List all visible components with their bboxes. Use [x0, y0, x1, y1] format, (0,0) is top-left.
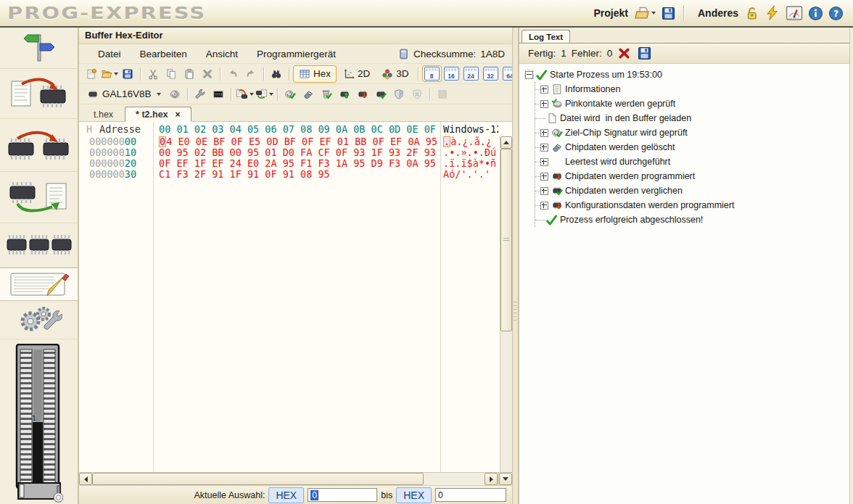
- scroll-down-button[interactable]: [499, 473, 512, 485]
- clear-log-button[interactable]: [617, 46, 631, 60]
- log-item-1[interactable]: Informationen: [535, 82, 853, 96]
- project-save-button[interactable]: [660, 5, 677, 22]
- hex-row-1[interactable]: 0000001000 95 02 BB 00 95 01 D0 FA CF 0F…: [79, 147, 512, 158]
- collapse-icon[interactable]: [525, 71, 533, 79]
- save-log-button[interactable]: [636, 45, 653, 62]
- doc-new-button[interactable]: [83, 66, 100, 82]
- menu-ansicht[interactable]: Ansicht: [206, 49, 238, 59]
- log-item-3[interactable]: Datei wird in den Buffer geladen: [535, 111, 853, 125]
- vertical-scroll-thumb[interactable]: [500, 149, 512, 331]
- chip-verify-button[interactable]: [372, 86, 390, 102]
- hex-base-button-to[interactable]: HEX: [396, 487, 432, 503]
- horizontal-scrollbar[interactable]: [79, 472, 512, 485]
- sidebar-item-read-chip-to-file[interactable]: [0, 172, 78, 223]
- scroll-left-button[interactable]: [79, 473, 92, 485]
- scroll-up-button[interactable]: [500, 136, 512, 149]
- read-chip-button[interactable]: [255, 86, 273, 102]
- horizontal-scroll-thumb[interactable]: [92, 473, 424, 485]
- hex-row-0[interactable]: 0000000004 E0 0E BF 0F E5 0D BF 0F EF 01…: [79, 136, 512, 147]
- log-item-9[interactable]: Konfigurationsdaten werden programmiert: [535, 198, 853, 212]
- sidebar-item-settings[interactable]: [0, 301, 78, 339]
- sidebar-item-program-file-to-chip[interactable]: [0, 69, 78, 119]
- buffer-tab-t.hex[interactable]: t.hex: [83, 107, 123, 121]
- word-width-24-button[interactable]: 24: [461, 65, 481, 82]
- wrench-button[interactable]: [191, 86, 209, 102]
- chip-id-button[interactable]: [210, 86, 227, 102]
- row-bytes[interactable]: 00 95 02 BB 00 95 01 D0 FA CF 0F 93 1F 9…: [159, 147, 436, 158]
- folder-open-button[interactable]: [101, 66, 118, 82]
- scroll-right-button[interactable]: [485, 473, 498, 485]
- log-item-4[interactable]: Ziel-Chip Signatur wird geprüft: [535, 125, 853, 140]
- expand-icon[interactable]: [540, 173, 548, 181]
- expand-icon[interactable]: [540, 144, 548, 152]
- scroll-track[interactable]: [424, 473, 485, 485]
- save-button[interactable]: [119, 66, 136, 82]
- signature-button[interactable]: [166, 86, 184, 102]
- row-text[interactable]: .•.».•.Ðú: [443, 147, 497, 158]
- log-item-2[interactable]: Pinkontakte werden geprüft: [535, 96, 853, 111]
- row-bytes[interactable]: 04 E0 0E BF 0F E5 0D BF 0F EF 01 BB 0F E…: [159, 136, 437, 147]
- selection-from-input[interactable]: 0: [308, 488, 377, 502]
- log-item-0[interactable]: Starte Prozess um 19:53:00: [525, 67, 853, 82]
- unlock-button[interactable]: [743, 5, 760, 22]
- view-toggle-3d[interactable]: 3D: [376, 66, 413, 82]
- flash-button[interactable]: [764, 4, 781, 22]
- word-width-8-button[interactable]: 8: [422, 65, 442, 82]
- log-item-6[interactable]: Leertest wird durchgeführt: [535, 154, 853, 169]
- word-width-16-button[interactable]: 16: [442, 65, 461, 82]
- row-text[interactable]: .à.¿.å.¿: [443, 136, 497, 147]
- menu-datei[interactable]: Datei: [98, 49, 121, 59]
- expand-icon[interactable]: [540, 100, 548, 108]
- hex-row-2[interactable]: 000000200F EF 1F EF 24 E0 2A 95 F1 F3 1A…: [79, 158, 512, 169]
- row-bytes[interactable]: C1 F3 2F 91 1F 91 0F 91 08 95: [159, 169, 330, 180]
- sidebar-item-hex-editor[interactable]: [0, 268, 78, 301]
- expand-icon[interactable]: [540, 187, 548, 195]
- hex-grid[interactable]: H Adresse 00 01 02 03 04 05 06 07 08 09 …: [79, 122, 512, 472]
- sidebar-item-copy-chip-to-chip[interactable]: [0, 119, 78, 172]
- hex-row-3[interactable]: 00000030C1 F3 2F 91 1F 91 0F 91 08 95Áó/…: [79, 169, 512, 180]
- program-chip-button[interactable]: [235, 86, 254, 102]
- project-open-button[interactable]: [633, 4, 656, 22]
- log-item-8[interactable]: Chipdaten werden verglichen: [535, 183, 853, 198]
- info-button[interactable]: [807, 5, 824, 22]
- blank-check-button[interactable]: [318, 86, 335, 102]
- row-text[interactable]: Áó/'.'.': [443, 169, 497, 180]
- row-text[interactable]: .ï.ï$à*•ñ: [443, 158, 497, 169]
- expand-icon[interactable]: [540, 86, 548, 94]
- view-toggle-hex[interactable]: Hex: [293, 65, 337, 83]
- chip-selector[interactable]: GAL16V8B: [83, 88, 165, 100]
- buffer-tab-t2.hex[interactable]: * t2.hex×: [125, 107, 191, 122]
- selection-to-input[interactable]: 0: [435, 488, 506, 502]
- copy-button[interactable]: [162, 66, 180, 82]
- chip-up-button[interactable]: [336, 86, 353, 102]
- undo-button[interactable]: [224, 66, 242, 82]
- vertical-scrollbar[interactable]: [500, 136, 512, 472]
- stop-button[interactable]: [434, 86, 451, 102]
- menu-programmiergerät[interactable]: Programmiergerät: [257, 49, 336, 59]
- gauge-button[interactable]: [785, 4, 804, 22]
- log-item-5[interactable]: Chipdaten werden gelöscht: [535, 140, 853, 154]
- log-item-10[interactable]: Prozess erfolgreich abgeschlossen!: [535, 212, 853, 227]
- shield-x-button[interactable]: [408, 86, 426, 102]
- word-width-32-button[interactable]: 32: [481, 65, 500, 82]
- help-button[interactable]: ?: [828, 5, 844, 22]
- sidebar-item-multi-chip[interactable]: [0, 223, 78, 268]
- menu-bearbeiten[interactable]: Bearbeiten: [140, 49, 187, 59]
- shield-button[interactable]: [390, 86, 408, 102]
- search-button[interactable]: [268, 66, 285, 82]
- paste-button[interactable]: [181, 66, 198, 82]
- row-bytes[interactable]: 0F EF 1F EF 24 E0 2A 95 F1 F3 1A 95 D9 F…: [159, 158, 436, 169]
- sidebar-item-wizard-signpost[interactable]: [0, 28, 78, 69]
- view-toggle-2d[interactable]: 2D: [338, 66, 375, 82]
- hex-base-button-from[interactable]: HEX: [268, 487, 304, 503]
- tab-close-icon[interactable]: ×: [176, 110, 181, 120]
- eraser-button[interactable]: [300, 86, 317, 102]
- redo-button[interactable]: [242, 66, 260, 82]
- log-item-7[interactable]: Chipdaten werden programmiert: [535, 169, 853, 183]
- expand-icon[interactable]: [540, 129, 548, 137]
- tab-log-text[interactable]: Log Text: [522, 30, 570, 43]
- cut-button[interactable]: [144, 66, 162, 82]
- expand-icon[interactable]: [540, 202, 548, 210]
- signature-check-button[interactable]: [281, 86, 299, 102]
- expand-icon[interactable]: [540, 158, 548, 166]
